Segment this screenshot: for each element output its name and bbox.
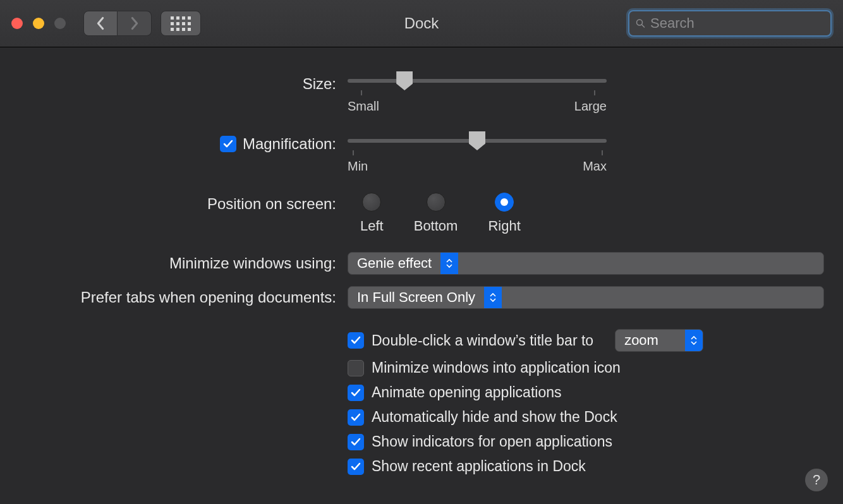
search-icon xyxy=(636,17,645,30)
position-radio-left[interactable] xyxy=(362,193,381,212)
search-field[interactable] xyxy=(628,10,832,37)
nav-group xyxy=(83,11,152,36)
back-button[interactable] xyxy=(83,11,118,36)
chevron-left-icon xyxy=(95,16,106,30)
animate-opening-label: Animate opening applications xyxy=(372,384,561,401)
show-recent-label: Show recent applications in Dock xyxy=(372,458,586,475)
search-input[interactable] xyxy=(650,15,824,32)
show-indicators-checkbox[interactable] xyxy=(348,434,364,450)
titlebar: Dock xyxy=(0,0,843,47)
check-icon xyxy=(350,387,361,399)
check-icon xyxy=(350,335,361,346)
select-arrows-icon xyxy=(484,287,502,308)
magnification-label: Magnification: xyxy=(243,135,336,153)
double-click-label: Double-click a window’s title bar to xyxy=(372,332,593,349)
position-right-label: Right xyxy=(488,218,520,234)
double-click-action-value: zoom xyxy=(616,330,685,351)
close-window-button[interactable] xyxy=(11,18,23,29)
grid-icon xyxy=(171,16,191,31)
position-radio-bottom[interactable] xyxy=(427,193,446,212)
minimize-using-select[interactable]: Genie effect xyxy=(348,252,824,275)
zoom-window-button[interactable] xyxy=(54,18,66,29)
check-icon xyxy=(222,138,234,150)
select-arrows-icon xyxy=(685,330,703,351)
window-traffic-lights xyxy=(11,18,66,29)
minimize-into-app-label: Minimize windows into application icon xyxy=(372,359,621,376)
double-click-action-select[interactable]: zoom xyxy=(615,329,703,352)
minimize-using-label: Minimize windows using: xyxy=(169,255,336,272)
magnification-checkbox[interactable] xyxy=(220,136,236,152)
magnification-slider[interactable] xyxy=(348,133,607,169)
size-slider-thumb[interactable] xyxy=(396,71,413,90)
position-radio-group: Left Bottom Right xyxy=(360,193,824,234)
check-icon xyxy=(350,412,361,423)
minimize-window-button[interactable] xyxy=(33,18,44,29)
help-button[interactable]: ? xyxy=(805,469,828,491)
auto-hide-checkbox[interactable] xyxy=(348,409,364,426)
check-icon xyxy=(350,436,361,448)
animate-opening-checkbox[interactable] xyxy=(348,385,364,401)
show-recent-checkbox[interactable] xyxy=(348,459,364,475)
show-indicators-label: Show indicators for open applications xyxy=(372,433,612,450)
magnification-slider-thumb[interactable] xyxy=(469,131,485,150)
svg-point-0 xyxy=(637,20,643,25)
double-click-checkbox[interactable] xyxy=(348,332,364,349)
position-left-label: Left xyxy=(360,218,384,234)
position-label: Position on screen: xyxy=(207,195,336,213)
show-all-button[interactable] xyxy=(161,11,201,36)
check-icon xyxy=(350,461,361,472)
position-bottom-label: Bottom xyxy=(414,218,458,234)
size-slider[interactable] xyxy=(348,73,607,109)
preferences-content: Size: Small Large Magnification: xyxy=(0,47,843,496)
forward-button[interactable] xyxy=(118,11,152,36)
minimize-into-app-checkbox[interactable] xyxy=(348,360,364,376)
chevron-right-icon xyxy=(130,16,140,30)
svg-line-1 xyxy=(642,25,645,27)
prefer-tabs-value: In Full Screen Only xyxy=(348,287,484,308)
minimize-using-value: Genie effect xyxy=(348,253,440,274)
size-label: Size: xyxy=(303,75,336,93)
auto-hide-label: Automatically hide and show the Dock xyxy=(372,409,617,426)
prefer-tabs-select[interactable]: In Full Screen Only xyxy=(348,286,824,309)
position-radio-right[interactable] xyxy=(495,193,514,212)
prefer-tabs-label: Prefer tabs when opening documents: xyxy=(81,289,336,306)
select-arrows-icon xyxy=(440,253,458,274)
